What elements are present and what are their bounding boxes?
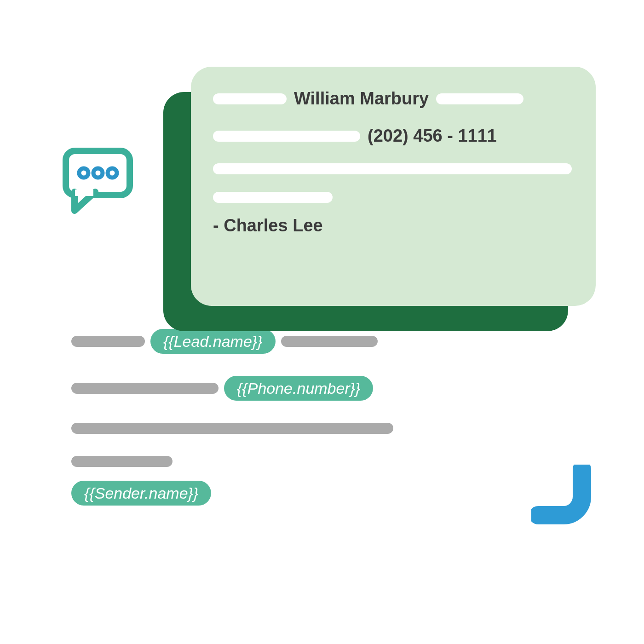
placeholder-bar	[213, 93, 287, 104]
illustration-canvas: {{Lead.name}} {{Phone.number}} {{Sender.…	[62, 67, 577, 582]
svg-rect-0	[66, 151, 130, 195]
signature-prefix: -	[213, 216, 224, 235]
phone-value: (202) 456 - 1111	[368, 126, 497, 146]
placeholder-bar	[213, 131, 360, 142]
placeholder-bar	[213, 192, 333, 203]
placeholder-bar	[71, 456, 172, 467]
placeholder-bar	[71, 336, 145, 347]
placeholder-bar	[436, 93, 523, 104]
template-row: {{Lead.name}}	[71, 329, 426, 354]
token-lead-name: {{Lead.name}}	[150, 329, 276, 354]
template-row: {{Sender.name}}	[71, 481, 426, 506]
svg-rect-2	[75, 190, 93, 196]
card-row: (202) 456 - 1111	[213, 126, 574, 146]
token-phone-number: {{Phone.number}}	[224, 376, 373, 401]
blue-j-decoration	[531, 465, 591, 524]
template-row	[71, 456, 426, 467]
message-card-front: William Marbury (202) 456 - 1111 - Charl…	[191, 67, 596, 306]
lead-name-value: William Marbury	[294, 89, 429, 109]
card-row	[213, 163, 574, 174]
placeholder-bar	[213, 163, 572, 174]
template-row: {{Phone.number}}	[71, 376, 426, 401]
placeholder-bar	[71, 383, 218, 394]
placeholder-bar	[71, 423, 393, 434]
token-sender-name: {{Sender.name}}	[71, 481, 211, 506]
chat-bubble-icon	[62, 147, 133, 214]
card-row	[213, 192, 574, 203]
signature-line: - Charles Lee	[213, 216, 574, 236]
template-row	[71, 423, 426, 434]
card-row: William Marbury	[213, 89, 574, 109]
template-lines: {{Lead.name}} {{Phone.number}} {{Sender.…	[71, 329, 426, 528]
placeholder-bar	[281, 336, 378, 347]
sender-name-value: Charles Lee	[224, 216, 322, 235]
